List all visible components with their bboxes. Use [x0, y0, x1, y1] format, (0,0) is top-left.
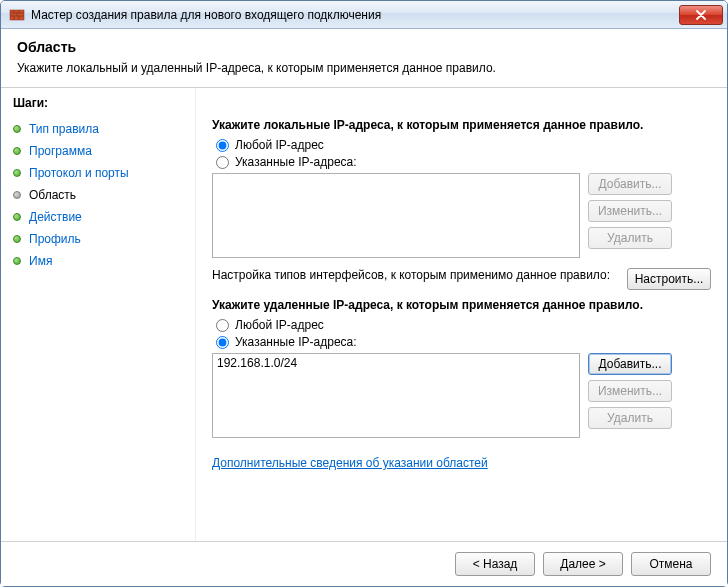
remote-specific-label: Указанные IP-адреса: [235, 335, 357, 349]
step-label: Тип правила [29, 122, 99, 136]
steps-sidebar: Шаги: Тип правила Программа Протокол и п… [1, 88, 196, 541]
local-address-list[interactable] [212, 173, 580, 258]
remote-buttons: Добавить... Изменить... Удалить [588, 353, 672, 429]
steps-list: Тип правила Программа Протокол и порты О… [13, 118, 183, 272]
local-add-button[interactable]: Добавить... [588, 173, 672, 195]
remote-any-radio[interactable] [216, 319, 229, 332]
local-any-radio[interactable] [216, 139, 229, 152]
window-title: Мастер создания правила для нового входя… [31, 8, 679, 22]
customize-interfaces-button[interactable]: Настроить... [627, 268, 711, 290]
remote-any-label: Любой IP-адрес [235, 318, 324, 332]
help-link[interactable]: Дополнительные сведения об указании обла… [212, 456, 488, 470]
bullet-icon [13, 213, 21, 221]
steps-label: Шаги: [13, 96, 183, 110]
step-label: Профиль [29, 232, 81, 246]
step-action[interactable]: Действие [13, 206, 183, 228]
local-specific-label: Указанные IP-адреса: [235, 155, 357, 169]
remote-specific-radio[interactable] [216, 336, 229, 349]
local-edit-button[interactable]: Изменить... [588, 200, 672, 222]
wizard-header: Область Укажите локальный и удаленный IP… [1, 29, 727, 88]
bullet-icon [13, 235, 21, 243]
local-remove-button[interactable]: Удалить [588, 227, 672, 249]
step-rule-type[interactable]: Тип правила [13, 118, 183, 140]
interface-text: Настройка типов интерфейсов, к которым п… [212, 268, 619, 282]
step-label: Область [29, 188, 76, 202]
step-name[interactable]: Имя [13, 250, 183, 272]
remote-section-title: Укажите удаленные IP-адреса, к которым п… [212, 298, 711, 312]
wizard-body: Шаги: Тип правила Программа Протокол и п… [1, 88, 727, 541]
step-program[interactable]: Программа [13, 140, 183, 162]
next-button[interactable]: Далее > [543, 552, 623, 576]
step-scope[interactable]: Область [13, 184, 183, 206]
bullet-icon [13, 125, 21, 133]
titlebar: Мастер создания правила для нового входя… [1, 1, 727, 29]
interface-row: Настройка типов интерфейсов, к которым п… [212, 268, 711, 290]
step-protocol-ports[interactable]: Протокол и порты [13, 162, 183, 184]
page-title: Область [17, 39, 711, 55]
remote-specific-radio-row[interactable]: Указанные IP-адреса: [216, 335, 711, 349]
bullet-icon [13, 169, 21, 177]
bullet-icon [13, 191, 21, 199]
main-content: Укажите локальные IP-адреса, к которым п… [196, 88, 727, 541]
local-any-radio-row[interactable]: Любой IP-адрес [216, 138, 711, 152]
remote-any-radio-row[interactable]: Любой IP-адрес [216, 318, 711, 332]
step-label: Протокол и порты [29, 166, 129, 180]
local-list-row: Добавить... Изменить... Удалить [212, 173, 711, 258]
close-button[interactable] [679, 5, 723, 25]
remote-list-row: 192.168.1.0/24 Добавить... Изменить... У… [212, 353, 711, 438]
firewall-icon [9, 7, 25, 23]
bullet-icon [13, 257, 21, 265]
wizard-window: Мастер создания правила для нового входя… [0, 0, 728, 587]
step-profile[interactable]: Профиль [13, 228, 183, 250]
local-buttons: Добавить... Изменить... Удалить [588, 173, 672, 249]
local-specific-radio-row[interactable]: Указанные IP-адреса: [216, 155, 711, 169]
step-label: Действие [29, 210, 82, 224]
local-any-label: Любой IP-адрес [235, 138, 324, 152]
remote-add-button[interactable]: Добавить... [588, 353, 672, 375]
list-item[interactable]: 192.168.1.0/24 [217, 356, 575, 370]
page-subtitle: Укажите локальный и удаленный IP-адреса,… [17, 61, 711, 75]
remote-address-list[interactable]: 192.168.1.0/24 [212, 353, 580, 438]
remote-remove-button[interactable]: Удалить [588, 407, 672, 429]
back-button[interactable]: < Назад [455, 552, 535, 576]
local-specific-radio[interactable] [216, 156, 229, 169]
step-label: Имя [29, 254, 52, 268]
wizard-footer: < Назад Далее > Отмена [1, 541, 727, 586]
cancel-button[interactable]: Отмена [631, 552, 711, 576]
local-section-title: Укажите локальные IP-адреса, к которым п… [212, 118, 711, 132]
remote-edit-button[interactable]: Изменить... [588, 380, 672, 402]
bullet-icon [13, 147, 21, 155]
step-label: Программа [29, 144, 92, 158]
